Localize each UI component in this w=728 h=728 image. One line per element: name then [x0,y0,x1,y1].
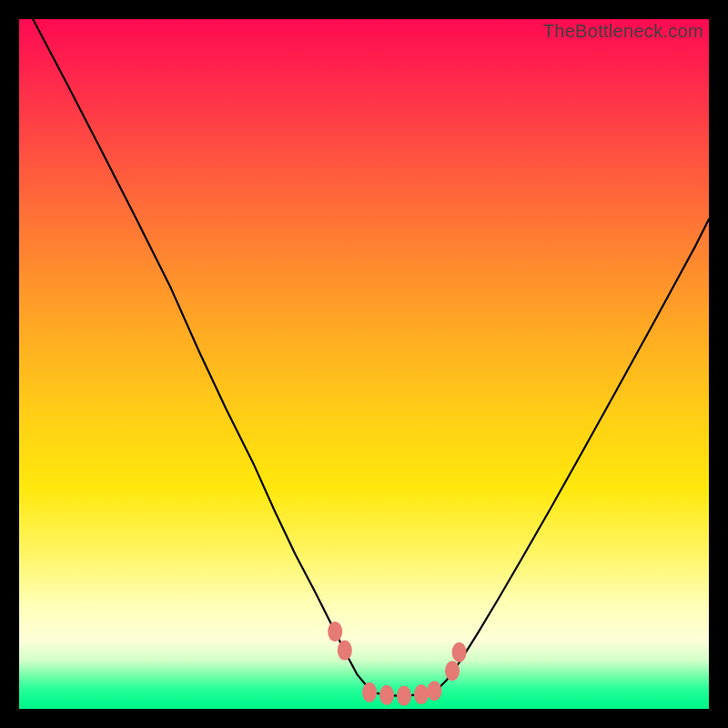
watermark-text: TheBottleneck.com [543,21,703,42]
valley-marker [452,642,467,662]
chart-svg [19,19,709,709]
valley-marker [397,686,411,706]
valley-marker [338,641,352,661]
valley-markers [328,622,466,706]
valley-marker [445,661,460,681]
chart-frame: TheBottleneck.com [0,0,728,728]
plot-area: TheBottleneck.com [19,19,709,709]
bottleneck-curve [33,19,709,696]
valley-marker [414,684,429,704]
valley-marker [328,622,342,642]
valley-marker [427,681,441,701]
valley-marker [379,685,394,705]
valley-marker [362,682,377,703]
